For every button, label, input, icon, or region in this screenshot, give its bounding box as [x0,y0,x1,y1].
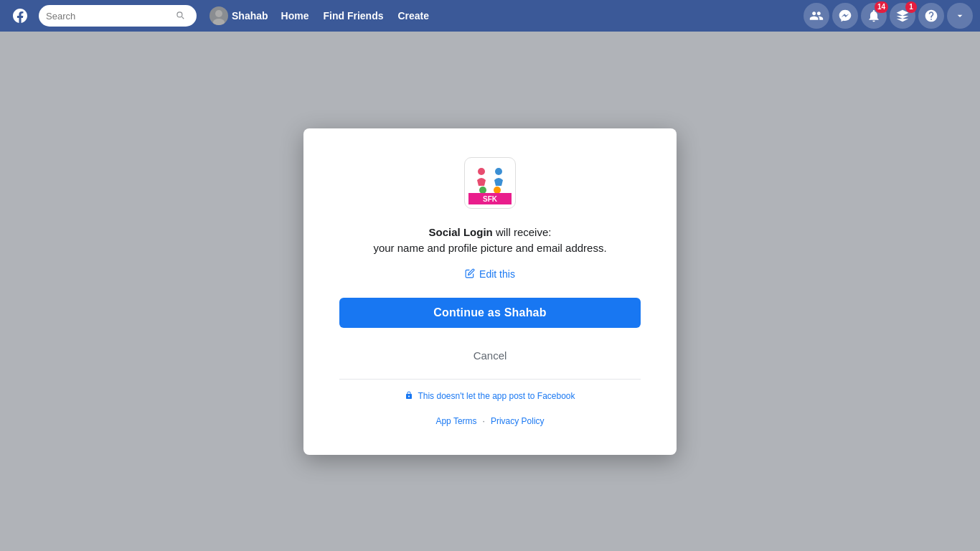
svg-text:SFK: SFK [483,195,498,203]
svg-point-1 [213,19,225,25]
svg-point-6 [479,187,486,194]
navbar: Shahab Home Find Friends Create 14 [0,0,980,32]
divider [339,379,641,380]
find-friends-link[interactable]: Find Friends [323,10,383,22]
sfk-logo: SFK [464,157,516,209]
cancel-link[interactable]: Cancel [473,349,507,362]
page-background: SFK Social Login will receive: your name… [0,32,980,551]
continue-button[interactable]: Continue as Shahab [339,298,641,328]
app-name-bold: Social Login [429,226,493,238]
edit-this-label: Edit this [479,268,515,280]
dropdown-icon[interactable] [947,3,973,29]
edit-icon [465,268,475,281]
search-bar[interactable] [39,5,197,27]
svg-point-5 [495,168,502,175]
no-post-text: This doesn't let the app post to Faceboo… [418,391,575,401]
home-link[interactable]: Home [281,10,309,22]
messenger-icon[interactable] [832,3,858,29]
facebook-logo[interactable] [7,3,33,29]
no-post-notice: This doesn't let the app post to Faceboo… [405,391,575,402]
edit-this-link[interactable]: Edit this [465,268,515,281]
pages-icon[interactable]: 1 [890,3,915,29]
nav-username: Shahab [232,10,268,22]
svg-point-7 [494,187,501,194]
app-terms-link[interactable]: App Terms [435,416,476,426]
privacy-policy-link[interactable]: Privacy Policy [491,416,545,426]
footer-dot: · [483,416,485,426]
pages-badge: 1 [905,1,917,13]
lock-icon [405,391,413,402]
svg-point-0 [215,10,222,17]
notifications-icon[interactable]: 14 [861,3,887,29]
nav-user[interactable]: Shahab [209,6,268,25]
login-modal: SFK Social Login will receive: your name… [303,128,677,455]
notifications-badge: 14 [875,1,888,13]
search-icon [175,10,185,22]
nav-icons: 14 1 [804,3,973,29]
avatar [209,6,228,25]
people-icon[interactable] [804,3,829,29]
desc-normal: will receive: [493,226,552,238]
nav-links: Home Find Friends Create [281,10,430,22]
search-input[interactable] [46,11,175,22]
footer-links: App Terms · Privacy Policy [435,416,544,426]
desc-line2: your name and profile picture and email … [373,242,606,254]
help-icon[interactable] [918,3,944,29]
modal-description: Social Login will receive: your name and… [373,225,606,257]
svg-point-4 [478,168,485,175]
create-link[interactable]: Create [397,10,429,22]
